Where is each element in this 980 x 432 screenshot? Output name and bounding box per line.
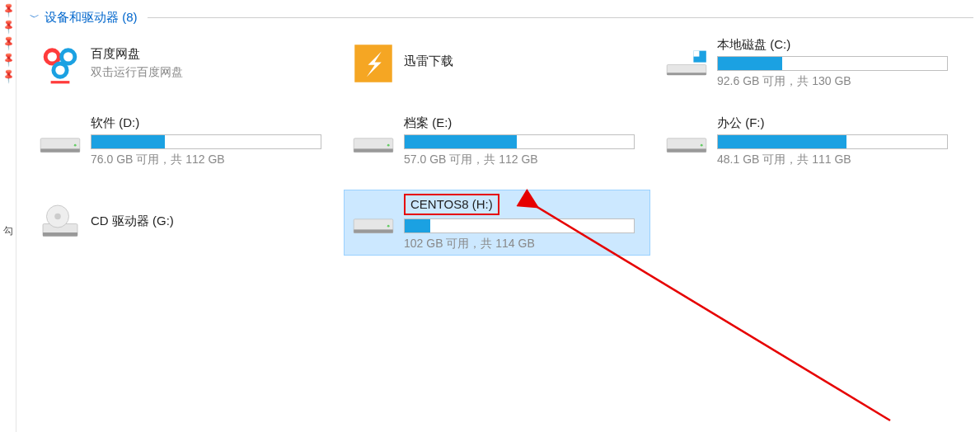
pin-icon: 📌 [1,36,16,51]
usage-bar [404,134,635,149]
svg-rect-8 [693,50,699,56]
usage-bar [717,56,948,71]
device-info: 办公 (F:)48.1 GB 可用，共 111 GB [717,115,959,167]
hdd-icon [661,120,712,163]
device-subtitle: 76.0 GB 可用，共 112 GB [91,153,333,167]
svg-rect-6 [667,73,706,75]
device-info: 本地磁盘 (C:)92.6 GB 可用，共 130 GB [717,37,959,89]
chevron-down-icon: ﹀ [30,11,40,25]
usage-bar [717,134,948,149]
svg-rect-3 [51,81,70,83]
sys-icon [661,42,712,85]
device-info: 档案 (E:)57.0 GB 可用，共 112 GB [404,115,646,167]
usage-bar-fill [91,135,165,148]
pin-icon: 📌 [1,20,16,35]
hdd-icon [35,120,86,163]
device-title: 本地磁盘 (C:) [717,37,959,53]
device-1[interactable]: 迅雷下载 [345,34,649,92]
device-title: CD 驱动器 (G:) [91,214,333,229]
pin-icon: 📌 [1,69,16,84]
device-info: 迅雷下载 [404,54,646,73]
svg-point-14 [387,143,390,146]
device-subtitle: 双击运行百度网盘 [91,65,333,80]
device-info: 软件 (D:)76.0 GB 可用，共 112 GB [91,115,333,167]
gutter-char: 勾 [3,224,12,238]
usage-bar-fill [405,135,517,148]
hdd-icon [348,120,399,163]
device-7[interactable]: CENTOS8 (H:)102 GB 可用，共 114 GB [345,190,649,255]
hdd-icon [348,201,399,244]
devices-grid: 百度网盘双击运行百度网盘 迅雷下载 本地磁盘 (C:)92.6 GB 可用，共 … [25,34,973,255]
usage-bar-fill [718,57,782,70]
device-subtitle: 57.0 GB 可用，共 112 GB [404,153,646,167]
svg-point-1 [62,49,75,63]
xunlei-icon [348,42,399,85]
divider [148,17,974,18]
svg-rect-13 [354,148,393,152]
cd-icon [35,201,86,244]
pin-icon: 📌 [1,53,16,68]
svg-rect-16 [667,148,706,152]
device-title: 档案 (E:) [404,115,646,131]
svg-rect-23 [354,229,393,232]
device-5[interactable]: 办公 (F:)48.1 GB 可用，共 111 GB [658,112,963,171]
section-title: 设备和驱动器 (8) [45,10,138,26]
device-6[interactable]: CD 驱动器 (G:) [31,190,336,255]
svg-point-17 [701,143,703,146]
device-title: 百度网盘 [91,46,333,62]
device-title: CENTOS8 (H:) [404,194,646,215]
svg-point-2 [54,63,67,77]
usage-bar [404,218,635,233]
usage-bar-fill [718,135,846,148]
baidu-icon [35,42,86,85]
usage-bar-fill [405,219,430,232]
device-4[interactable]: 档案 (E:)57.0 GB 可用，共 112 GB [345,112,649,171]
usage-bar [91,134,321,149]
device-info: CD 驱动器 (G:) [91,214,333,232]
highlight-box: CENTOS8 (H:) [404,194,499,215]
device-title: 办公 (F:) [717,115,959,131]
svg-point-11 [74,143,77,146]
pin-icon: 📌 [1,3,16,18]
device-2[interactable]: 本地磁盘 (C:)92.6 GB 可用，共 130 GB [658,34,963,92]
device-title: 软件 (D:) [91,115,333,131]
device-info: 百度网盘双击运行百度网盘 [91,46,333,80]
svg-point-24 [387,225,390,228]
device-0[interactable]: 百度网盘双击运行百度网盘 [31,34,336,92]
device-3[interactable]: 软件 (D:)76.0 GB 可用，共 112 GB [31,112,336,171]
side-gutter: 📌 📌 📌 📌 📌 勾 [0,0,16,432]
device-title: 迅雷下载 [404,54,646,69]
svg-rect-19 [43,232,77,237]
device-subtitle: 92.6 GB 可用，共 130 GB [717,74,959,89]
svg-point-21 [54,214,61,220]
device-info: CENTOS8 (H:)102 GB 可用，共 114 GB [404,194,646,251]
device-subtitle: 102 GB 可用，共 114 GB [404,237,646,251]
svg-point-0 [45,49,59,63]
section-header[interactable]: ﹀ 设备和驱动器 (8) [25,10,973,26]
device-subtitle: 48.1 GB 可用，共 111 GB [717,153,959,167]
svg-rect-10 [40,148,80,152]
